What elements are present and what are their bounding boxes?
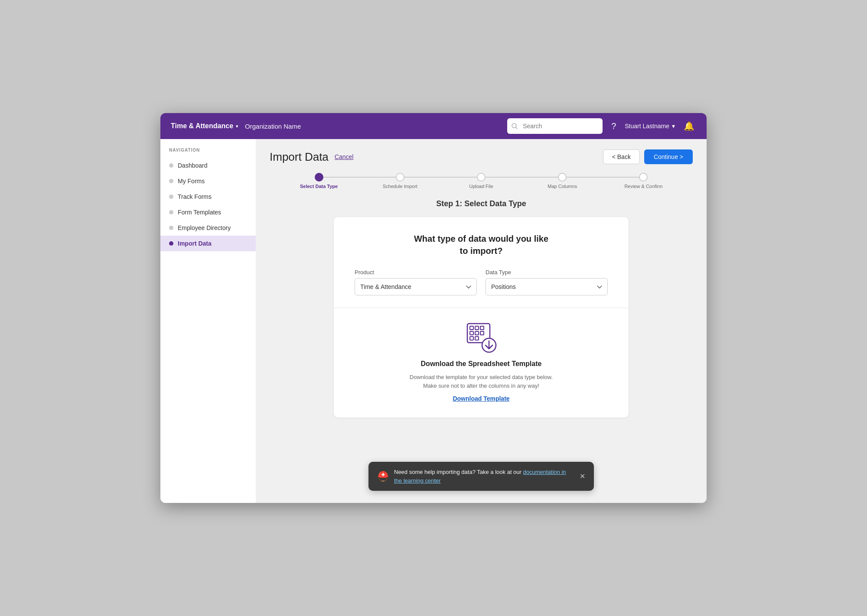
progress-steps: Select Data Type Schedule Import Upload … (270, 173, 693, 189)
card-divider (334, 308, 629, 308)
sidebar-item-label: Employee Directory (178, 224, 231, 231)
brand-label: Time & Attendance (171, 122, 233, 130)
help-icon[interactable]: ? (610, 120, 618, 133)
product-select[interactable]: Time & Attendance Payroll HR (355, 278, 477, 295)
help-banner-close-button[interactable]: ✕ (580, 472, 585, 480)
sidebar-item-dashboard[interactable]: Dashboard (160, 158, 256, 173)
step-upload-file[interactable]: Upload File (440, 173, 522, 189)
download-desc: Download the template for your selected … (403, 373, 559, 390)
import-data-dot-icon (169, 241, 173, 246)
sidebar-item-label: Track Forms (178, 193, 212, 200)
step-schedule-import[interactable]: Schedule Import (359, 173, 440, 189)
step-label-2: Schedule Import (383, 184, 417, 189)
sidebar-item-label: Dashboard (178, 162, 208, 169)
data-type-dropdown-group: Data Type Positions Employees Department… (486, 269, 608, 295)
step-circle-2 (396, 173, 404, 182)
sidebar-item-track-forms[interactable]: Track Forms (160, 189, 256, 204)
notifications-icon[interactable]: 🔔 (682, 119, 696, 133)
continue-button[interactable]: Continue > (644, 149, 693, 164)
my-forms-dot-icon (169, 179, 173, 183)
step-select-data-type[interactable]: Select Data Type (278, 173, 359, 189)
step-label-5: Review & Confirm (624, 184, 662, 189)
step-label-4: Map Columns (548, 184, 577, 189)
data-type-label: Data Type (486, 269, 608, 276)
header-buttons: < Back Continue > (603, 149, 693, 164)
sidebar-item-label: Form Templates (178, 209, 221, 216)
step-label-3: Upload File (469, 184, 493, 189)
download-template-link[interactable]: Download Template (453, 395, 509, 402)
product-dropdown-group: Product Time & Attendance Payroll HR (355, 269, 477, 295)
step-circle-4 (558, 173, 567, 182)
help-banner: ⛑️ Need some help importing data? Take a… (368, 462, 594, 491)
card-heading: What type of data would you like to impo… (355, 233, 608, 257)
svg-rect-7 (475, 331, 479, 335)
brand-chevron-icon: ▾ (236, 124, 238, 129)
main-layout: NAVIGATION Dashboard My Forms Track Form… (160, 139, 707, 503)
track-forms-dot-icon (169, 195, 173, 199)
employee-directory-dot-icon (169, 226, 173, 230)
import-card: What type of data would you like to impo… (334, 217, 629, 418)
sidebar-nav-label: NAVIGATION (160, 148, 256, 158)
card-heading-line1: What type of data would you like (414, 234, 548, 243)
sidebar-item-import-data[interactable]: Import Data (160, 236, 256, 251)
step-circle-5 (639, 173, 648, 182)
sidebar: NAVIGATION Dashboard My Forms Track Form… (160, 139, 256, 503)
svg-rect-8 (480, 331, 484, 335)
brand-button[interactable]: Time & Attendance ▾ (171, 122, 238, 130)
org-name: Organization Name (245, 123, 301, 130)
help-banner-text-link-prefix: at our (507, 469, 523, 475)
svg-rect-9 (470, 337, 473, 340)
app-window: Time & Attendance ▾ Organization Name ? … (160, 113, 707, 503)
step-circle-3 (477, 173, 486, 182)
download-section: Download the Spreadsheet Template Downlo… (355, 320, 608, 402)
sidebar-item-label: Import Data (178, 240, 212, 247)
step-circle-1 (315, 173, 323, 182)
cancel-link[interactable]: Cancel (335, 153, 354, 160)
svg-rect-6 (470, 331, 473, 335)
content-area: Import Data Cancel < Back Continue > Sel… (256, 139, 707, 503)
step-content-title: Step 1: Select Data Type (270, 199, 693, 208)
step-map-columns[interactable]: Map Columns (522, 173, 603, 189)
step-review-confirm[interactable]: Review & Confirm (603, 173, 684, 189)
page-title-group: Import Data Cancel (270, 150, 353, 164)
product-label: Product (355, 269, 477, 276)
sidebar-item-my-forms[interactable]: My Forms (160, 173, 256, 189)
spreadsheet-download-icon (464, 320, 499, 355)
user-name: Stuart Lastname (625, 123, 669, 130)
svg-rect-4 (475, 326, 479, 330)
back-button[interactable]: < Back (603, 149, 640, 164)
help-banner-icon: ⛑️ (377, 471, 389, 482)
sidebar-item-employee-directory[interactable]: Employee Directory (160, 220, 256, 236)
svg-rect-5 (480, 326, 484, 330)
top-nav: Time & Attendance ▾ Organization Name ? … (160, 113, 707, 139)
step-label-1: Select Data Type (300, 184, 338, 189)
data-type-select[interactable]: Positions Employees Departments Schedule… (486, 278, 608, 295)
user-menu[interactable]: Stuart Lastname ▾ (625, 123, 675, 130)
search-wrapper (507, 118, 603, 134)
help-banner-text-before: Need some help importing data? Take a lo… (394, 469, 505, 475)
content-header: Import Data Cancel < Back Continue > (270, 149, 693, 164)
help-banner-text: Need some help importing data? Take a lo… (394, 468, 574, 485)
page-title: Import Data (270, 150, 329, 164)
card-heading-line2: to import? (460, 246, 503, 256)
download-title: Download the Spreadsheet Template (421, 360, 542, 368)
sidebar-item-form-templates[interactable]: Form Templates (160, 204, 256, 220)
search-input[interactable] (507, 118, 603, 134)
user-chevron-icon: ▾ (672, 123, 675, 130)
svg-rect-10 (475, 337, 479, 340)
dropdowns-row: Product Time & Attendance Payroll HR Dat… (355, 269, 608, 295)
sidebar-item-label: My Forms (178, 178, 205, 185)
dashboard-dot-icon (169, 163, 173, 168)
form-templates-dot-icon (169, 210, 173, 214)
svg-rect-3 (470, 326, 473, 330)
